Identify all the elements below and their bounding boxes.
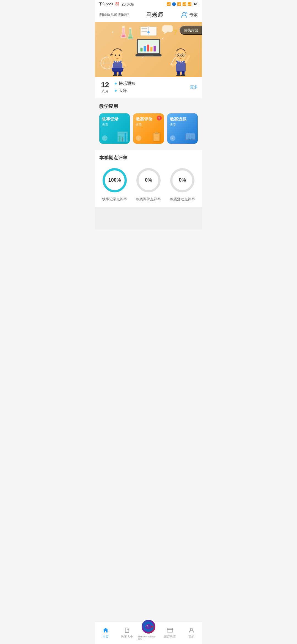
app-card-evaluation-icon: 📋 [151, 131, 162, 142]
book-decoration [141, 25, 156, 38]
svg-rect-9 [141, 27, 148, 36]
notice-date: 12 八月 [99, 81, 111, 94]
rating-label-3: 教案活动点评率 [170, 197, 195, 202]
rating-item-2: 0% 教案评价点评率 [135, 167, 162, 202]
wifi-icon: 📶 [167, 2, 171, 6]
svg-rect-22 [147, 45, 149, 51]
header: 测试幼儿园 测试班 马老师 专家 [95, 8, 202, 22]
app-card-evaluation[interactable]: 1 教案评价 查看 › 📋 [133, 113, 164, 144]
question-mark: ? [173, 28, 177, 37]
notice-text-2: 天冷 [119, 88, 127, 93]
svg-line-43 [175, 55, 177, 55]
svg-rect-16 [162, 25, 173, 32]
header-right: 专家 [180, 11, 198, 19]
svg-rect-23 [150, 47, 153, 51]
svg-rect-7 [129, 28, 131, 29]
notice-card: 12 八月 快乐通知 天冷 更多 [95, 77, 202, 98]
status-time: 下午5:20 [99, 2, 113, 7]
svg-point-29 [112, 50, 122, 61]
character-right [170, 46, 191, 77]
notice-dot-2 [115, 90, 117, 92]
character-left [107, 46, 128, 77]
svg-point-15 [147, 31, 150, 33]
svg-rect-5 [122, 26, 125, 28]
app-card-evaluation-subtitle: 查看 [136, 123, 161, 127]
star-sparkle2: ✦ [161, 37, 164, 40]
notice-list: 快乐通知 天冷 [115, 81, 186, 93]
flask-decoration [127, 28, 134, 41]
rating-label-2: 教案评价点评率 [136, 197, 161, 202]
bluetooth-icon: 🔵 [172, 2, 176, 6]
status-right: 📶 🔵 📶 📶 📶 46 [167, 2, 198, 6]
rating-section: 本学期点评率 100% 轶事记录点评率 0% 教案评价点评率 [95, 150, 202, 207]
svg-rect-10 [149, 27, 156, 36]
rating-item-1: 100% 轶事记录点评率 [101, 167, 128, 202]
change-cover-button[interactable]: 更换封面 [180, 26, 202, 35]
app-card-tracking-subtitle: 查看 [170, 123, 195, 127]
app-card-records-subtitle: 查看 [102, 123, 127, 127]
app-cards-container: 轶事记录 查看 › 📊 1 教案评价 查看 › 📋 教案追踪 查看 › 📖 [95, 113, 202, 148]
rating-title: 本学期点评率 [95, 155, 202, 167]
svg-point-50 [176, 74, 181, 76]
app-card-tracking-arrow: › [170, 135, 175, 141]
svg-line-44 [184, 55, 186, 55]
notice-day: 12 [99, 81, 111, 89]
signal-icon: 📶 [177, 2, 181, 6]
app-card-records-arrow: › [102, 135, 108, 141]
svg-point-30 [115, 54, 116, 56]
status-bar: 下午5:20 ⏰ 20.0K/s 📶 🔵 📶 📶 📶 46 [95, 0, 202, 8]
laptop-decoration [136, 39, 162, 58]
svg-point-0 [183, 12, 185, 15]
teacher-name: 马老师 [146, 11, 163, 19]
speech-bubble [162, 25, 173, 35]
evaluation-badge: 1 [157, 116, 162, 121]
circle-wrap-1: 100% [101, 167, 128, 194]
expert-label[interactable]: 专家 [189, 12, 198, 18]
more-button[interactable]: 更多 [190, 85, 198, 90]
notice-month: 八月 [99, 89, 111, 94]
expert-icon[interactable] [180, 11, 188, 19]
app-card-tracking-title: 教案追踪 [170, 117, 195, 122]
status-network: 20.0K/s [122, 2, 134, 6]
rating-item-3: 0% 教案活动点评率 [169, 167, 196, 202]
svg-point-51 [181, 74, 185, 76]
status-alarm: ⏰ [115, 2, 119, 6]
signal-icon2: 📶 [182, 2, 186, 6]
svg-point-8 [128, 37, 132, 38]
app-card-records[interactable]: 轶事记录 查看 › 📊 [99, 113, 130, 144]
circle-wrap-3: 0% [169, 167, 196, 194]
notice-item-2[interactable]: 天冷 [115, 88, 186, 93]
app-card-evaluation-arrow: › [136, 135, 141, 141]
battery-icon: 46 [193, 2, 198, 6]
teaching-apps-section: 教学应用 轶事记录 查看 › 📊 1 教案评价 查看 › 📋 教案追踪 查看 ›… [95, 98, 202, 148]
svg-rect-20 [141, 48, 143, 51]
svg-point-35 [113, 74, 117, 76]
status-left: 下午5:20 ⏰ 20.0K/s [99, 2, 134, 7]
svg-point-36 [118, 74, 122, 76]
app-card-tracking[interactable]: 教案追踪 查看 › 📖 [167, 113, 198, 144]
rating-label-1: 轶事记录点评率 [102, 197, 127, 202]
school-class: 测试幼儿园 测试班 [99, 12, 129, 17]
wifi2-icon: 📶 [188, 2, 192, 6]
circle-text-2: 0% [135, 167, 162, 194]
bottom-spacer [95, 207, 202, 229]
star-sparkle: ✦ [111, 30, 114, 34]
svg-rect-26 [144, 55, 153, 56]
svg-point-45 [178, 55, 179, 56]
svg-point-46 [182, 55, 183, 56]
rating-circles-container: 100% 轶事记录点评率 0% 教案评价点评率 0% [95, 167, 202, 202]
svg-rect-24 [154, 46, 156, 51]
circle-text-3: 0% [169, 167, 196, 194]
circle-wrap-2: 0% [135, 167, 162, 194]
teaching-apps-title: 教学应用 [95, 102, 202, 113]
app-card-records-title: 轶事记录 [102, 117, 127, 122]
notice-dot-1 [115, 83, 117, 84]
notice-text-1: 快乐通知 [119, 81, 135, 86]
app-card-tracking-icon: 📖 [185, 131, 196, 142]
circle-text-1: 100% [101, 167, 128, 194]
notice-item-1[interactable]: 快乐通知 [115, 81, 186, 86]
svg-point-31 [119, 54, 120, 56]
svg-point-6 [122, 35, 125, 37]
beaker-decoration [120, 26, 127, 40]
svg-rect-21 [144, 46, 146, 51]
